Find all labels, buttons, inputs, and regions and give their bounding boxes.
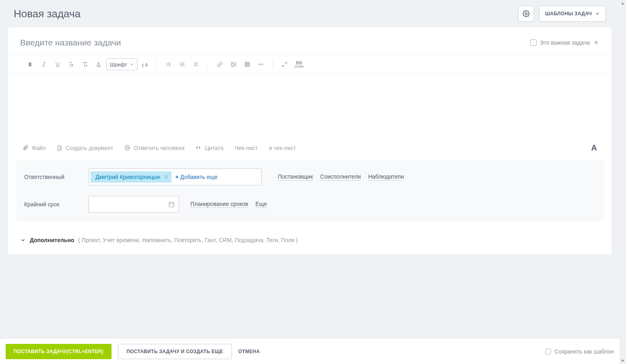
additional-label[interactable]: Дополнительно <box>30 237 74 243</box>
responsible-row: Ответственный Дмитрий Кривогорницын × + … <box>24 169 595 185</box>
checklist[interactable]: Чек-лист <box>235 145 258 151</box>
templates-label: ШАБЛОНЫ ЗАДАЧ <box>545 11 592 16</box>
role-links: Постановщик Соисполнители Наблюдатели <box>278 173 404 181</box>
form-block: Ответственный Дмитрий Кривогорницын × + … <box>16 160 603 222</box>
date-links: Планирование сроков Еще <box>190 201 267 208</box>
submit-again-button[interactable]: ПОСТАВИТЬ ЗАДАЧУ И СОЗДАТЬ ЕЩЕ <box>118 344 232 359</box>
paperclip-icon <box>23 145 29 151</box>
create-doc[interactable]: Создать документ <box>57 145 113 151</box>
align-icon <box>193 62 199 67</box>
fire-icon <box>593 39 599 46</box>
svg-point-31 <box>261 64 262 65</box>
clear-format-button[interactable] <box>79 58 91 70</box>
submit-button[interactable]: ПОСТАВИТЬ ЗАДАЧУ(CTRL+ENTER) <box>6 344 112 359</box>
svg-point-18 <box>180 66 181 66</box>
unordered-list-icon <box>179 62 186 67</box>
footer: ПОСТАВИТЬ ЗАДАЧУ(CTRL+ENTER) ПОСТАВИТЬ З… <box>0 338 620 364</box>
scroll-up-button[interactable]: ▲ <box>620 0 626 6</box>
bold-icon <box>27 62 33 67</box>
svg-point-0 <box>525 13 527 15</box>
table-button[interactable] <box>241 58 253 70</box>
svg-text:A: A <box>145 62 148 67</box>
responsible-input[interactable]: Дмитрий Кривогорницын × + Добавить еще <box>89 169 262 185</box>
task-title-input[interactable] <box>20 38 342 47</box>
chevron-down-icon <box>595 11 600 16</box>
save-template-checkbox[interactable] <box>545 349 551 354</box>
align-button[interactable] <box>190 58 202 70</box>
svg-line-32 <box>285 62 287 64</box>
svg-point-17 <box>180 64 181 64</box>
editor-toolbar: Шрифт A BBCODE <box>8 55 612 74</box>
title-row: Это важная задача <box>8 27 612 55</box>
to-checklist[interactable]: в чек-лист <box>269 145 296 151</box>
italic-button[interactable] <box>38 58 50 70</box>
attach-row: Файл Создать документ Отметить человека … <box>8 138 612 160</box>
clear-format-icon <box>82 62 88 67</box>
text-color-button[interactable] <box>93 58 105 70</box>
task-card: Это важная задача Шрифт A <box>8 27 612 255</box>
svg-point-36 <box>126 147 128 149</box>
svg-point-29 <box>260 64 260 65</box>
settings-button[interactable] <box>518 6 534 22</box>
svg-point-23 <box>232 63 233 64</box>
remove-person-button[interactable]: × <box>164 173 168 181</box>
text-color-icon <box>96 62 101 67</box>
text-format-toggle[interactable]: A <box>591 143 597 152</box>
role-accomplices[interactable]: Соисполнители <box>320 173 361 181</box>
link-button[interactable] <box>214 58 226 70</box>
svg-point-16 <box>180 63 181 63</box>
additional-items: ( Проект, Учет времени, Напомнить, Повто… <box>78 237 298 243</box>
svg-line-33 <box>283 65 284 66</box>
image-button[interactable] <box>227 58 240 70</box>
page-header: Новая задача ШАБЛОНЫ ЗАДАЧ <box>8 0 612 27</box>
bbcode-button[interactable]: BBCODE <box>292 58 306 70</box>
role-creator[interactable]: Постановщик <box>278 173 313 181</box>
strike-button[interactable] <box>65 58 77 70</box>
scroll-down-button[interactable]: ▼ <box>620 358 626 364</box>
deadline-row: Крайний срок Планирование сроков Еще <box>24 196 595 213</box>
table-icon <box>244 62 250 67</box>
person-name: Дмитрий Кривогорницын <box>95 174 160 180</box>
strike-icon <box>68 62 74 67</box>
svg-line-3 <box>43 62 45 66</box>
unordered-list-button[interactable] <box>176 58 188 70</box>
role-observers[interactable]: Наблюдатели <box>368 173 404 181</box>
important-checkbox[interactable] <box>530 39 537 46</box>
quote[interactable]: Цитата <box>196 145 223 151</box>
svg-point-30 <box>260 64 261 65</box>
scrollbar[interactable]: ▲ ▼ <box>620 0 626 364</box>
deadline-input[interactable] <box>89 196 179 213</box>
document-icon <box>57 145 62 151</box>
attach-file[interactable]: Файл <box>23 145 45 151</box>
ordered-list-icon <box>165 62 172 67</box>
ordered-list-button[interactable] <box>163 58 175 70</box>
bold-button[interactable] <box>24 58 36 70</box>
cancel-button[interactable]: ОТМЕНА <box>238 349 260 354</box>
code-button[interactable] <box>255 58 267 70</box>
more-link[interactable]: Еще <box>256 201 267 208</box>
link-icon <box>217 62 223 67</box>
chevron-down-icon[interactable] <box>20 237 26 243</box>
font-select-label: Шрифт <box>110 62 127 68</box>
editor-area[interactable] <box>8 74 612 138</box>
font-select[interactable]: Шрифт <box>106 58 137 70</box>
svg-rect-24 <box>245 62 250 67</box>
header-actions: ШАБЛОНЫ ЗАДАЧ <box>518 6 606 22</box>
italic-icon <box>41 62 47 67</box>
responsible-label: Ответственный <box>24 174 81 180</box>
image-icon <box>230 62 237 67</box>
templates-button[interactable]: ШАБЛОНЫ ЗАДАЧ <box>539 6 606 22</box>
save-template-label: Сохранить как шаблон <box>554 348 614 355</box>
underline-button[interactable] <box>52 58 64 70</box>
planning-link[interactable]: Планирование сроков <box>190 201 248 208</box>
page-title: Новая задача <box>14 8 81 20</box>
expand-icon <box>282 62 287 67</box>
code-icon <box>257 62 264 67</box>
add-more-responsible[interactable]: + Добавить еще <box>176 174 218 180</box>
fullscreen-button[interactable] <box>279 58 291 70</box>
mention-person[interactable]: Отметить человека <box>124 145 184 151</box>
font-size-button[interactable]: A <box>139 58 151 70</box>
deadline-label: Крайний срок <box>24 201 81 208</box>
font-size-icon: A <box>141 62 149 67</box>
important-check: Это важная задача <box>530 39 599 46</box>
